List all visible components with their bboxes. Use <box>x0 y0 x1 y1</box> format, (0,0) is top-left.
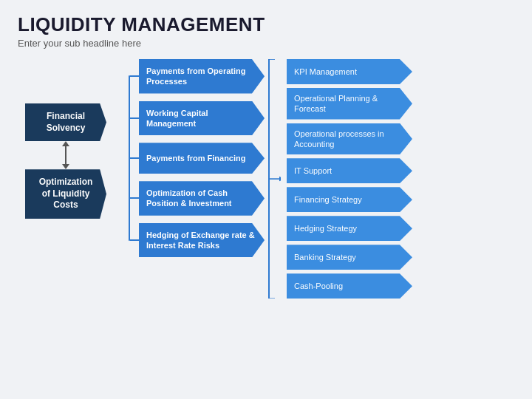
left-arrow <box>1 119 23 126</box>
bracket-svg <box>266 59 281 299</box>
right-box-7: Cash-Pooling <box>287 273 412 299</box>
right-box-3: IT Support <box>287 158 412 183</box>
right-column: KPI Management Operational Planning & Fo… <box>287 59 416 299</box>
mid-box-3: Optimization of Cash Position & Investme… <box>139 181 265 216</box>
right-box-2: Operational processes in Accounting <box>287 123 412 155</box>
mid-box-4: Hedging of Exchange rate & Interest Rate… <box>139 223 265 258</box>
mid-box-0: Payments from Operating Processes <box>139 59 265 94</box>
financial-solvency-box: Financial Solvency <box>25 103 106 141</box>
diagram: Financial Solvency Optimization of Liqui… <box>18 59 514 299</box>
mid-connector-2 <box>130 157 139 159</box>
mid-item-3: Optimization of Cash Position & Investme… <box>130 181 265 216</box>
mid-item-0: Payments from Operating Processes <box>130 59 265 94</box>
mid-box-1: Working Capital Management <box>139 101 265 136</box>
arrow-line <box>7 122 23 123</box>
mid-item-2: Payments from Financing <box>130 143 265 174</box>
mid-item-4: Hedging of Exchange rate & Interest Rate… <box>130 223 265 258</box>
arrowhead-down <box>62 164 69 169</box>
mid-box-2: Payments from Financing <box>139 143 265 174</box>
right-bracket <box>266 59 281 299</box>
right-box-6: Banking Strategy <box>287 245 412 270</box>
double-arrow-line <box>65 146 66 165</box>
vertical-double-arrow <box>62 141 69 169</box>
right-box-0: KPI Management <box>287 59 412 84</box>
right-box-4: Financing Strategy <box>287 187 412 212</box>
mid-item-1: Working Capital Management <box>130 101 265 136</box>
page: LIQUIDITY MANAGEMENT Enter your sub head… <box>0 0 532 399</box>
mid-items-container: Payments from Operating Processes Workin… <box>130 59 265 257</box>
liquidity-costs-box: Optimization of Liquidity Costs <box>25 169 106 219</box>
page-title: LIQUIDITY MANAGEMENT <box>18 13 514 36</box>
mid-connector-0 <box>130 75 139 77</box>
mid-connector-4 <box>130 239 139 241</box>
left-column: Financial Solvency Optimization of Liqui… <box>18 103 114 219</box>
arrowhead-left <box>1 119 7 126</box>
right-box-1: Operational Planning & Forecast <box>287 88 412 120</box>
mid-connector-1 <box>130 117 139 119</box>
mid-connector-3 <box>130 197 139 199</box>
financial-solvency-label: Financial Solvency <box>47 111 86 133</box>
right-box-5: Hedging Strategy <box>287 216 412 241</box>
liquidity-costs-label: Optimization of Liquidity Costs <box>39 177 93 210</box>
page-subtitle: Enter your sub headline here <box>18 38 514 49</box>
svg-marker-4 <box>279 177 281 181</box>
